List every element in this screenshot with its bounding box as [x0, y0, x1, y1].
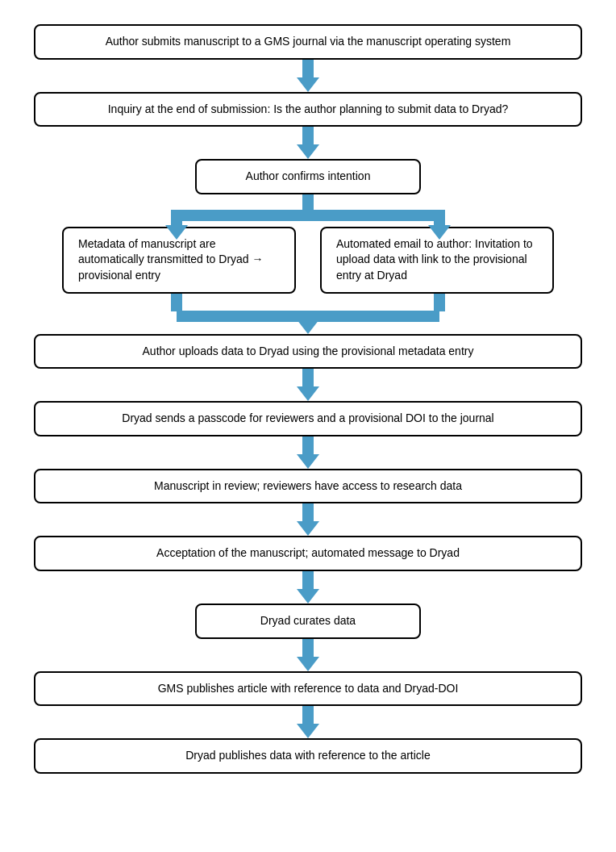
merge-arrowhead [297, 320, 319, 334]
step2-text: Inquiry at the end of submission: Is the… [108, 102, 509, 115]
fork-line-h [177, 210, 439, 221]
step10-text: GMS publishes article with reference to … [158, 682, 459, 695]
step3-text: Author confirms intention [246, 169, 371, 182]
arrow-7 [297, 503, 319, 536]
step8-text: Acceptation of the manuscript; automated… [156, 546, 460, 559]
arrow-shaft [302, 706, 314, 724]
merge-line-vr [434, 294, 445, 311]
step4a-text: Metadata of manuscript are automatically… [78, 237, 264, 282]
fork-line-v [302, 194, 314, 211]
arrow-head [297, 77, 319, 92]
fork [34, 194, 582, 227]
step10-box: GMS publishes article with reference to … [34, 671, 582, 707]
arrow-9 [297, 639, 319, 671]
step5-text: Author uploads data to Dryad using the p… [143, 345, 474, 357]
step11-text: Dryad publishes data with reference to t… [185, 749, 431, 762]
arrow-head [297, 724, 319, 738]
arrow-shaft [302, 369, 314, 386]
arrow-head [297, 521, 319, 536]
arrow-head [297, 454, 319, 469]
arrow-shaft [302, 639, 314, 657]
step6-box: Dryad sends a passcode for reviewers and… [34, 401, 582, 436]
arrowhead-right [428, 225, 451, 240]
arrow-shaft [302, 571, 314, 589]
arrow-shaft [302, 60, 314, 77]
arrow-1 [297, 60, 319, 92]
step1-box: Author submits manuscript to a GMS journ… [34, 24, 582, 60]
arrow-shaft [302, 436, 314, 454]
step9-box: Dryad curates data [195, 604, 421, 639]
step11-box: Dryad publishes data with reference to t… [34, 738, 582, 774]
step1-text: Author submits manuscript to a GMS journ… [106, 35, 511, 48]
arrow-head [297, 657, 319, 671]
arrow-shaft [302, 127, 314, 144]
step5-box: Author uploads data to Dryad using the p… [34, 334, 582, 370]
merge [34, 294, 582, 334]
step4b-text: Automated email to author: Invitation to… [336, 237, 533, 282]
merge-line-vl [171, 294, 182, 311]
arrow-10 [297, 706, 319, 738]
step7-text: Manuscript in review; reviewers have acc… [154, 479, 462, 492]
step2-box: Inquiry at the end of submission: Is the… [34, 92, 582, 127]
arrow-head [297, 589, 319, 604]
step3-box: Author confirms intention [195, 159, 421, 194]
arrow-shaft [302, 503, 314, 521]
arrow-5 [297, 369, 319, 401]
flowchart: Author submits manuscript to a GMS journ… [16, 16, 600, 782]
step8-box: Acceptation of the manuscript; automated… [34, 536, 582, 571]
step9-text: Dryad curates data [260, 614, 356, 627]
arrowhead-left [165, 225, 188, 240]
arrow-head [297, 144, 319, 159]
step7-box: Manuscript in review; reviewers have acc… [34, 469, 582, 504]
step6-text: Dryad sends a passcode for reviewers and… [122, 411, 493, 424]
arrow-6 [297, 436, 319, 469]
arrow-2 [297, 127, 319, 159]
branch-row: Metadata of manuscript are automatically… [32, 227, 584, 294]
arrow-8 [297, 571, 319, 604]
arrow-head [297, 386, 319, 401]
